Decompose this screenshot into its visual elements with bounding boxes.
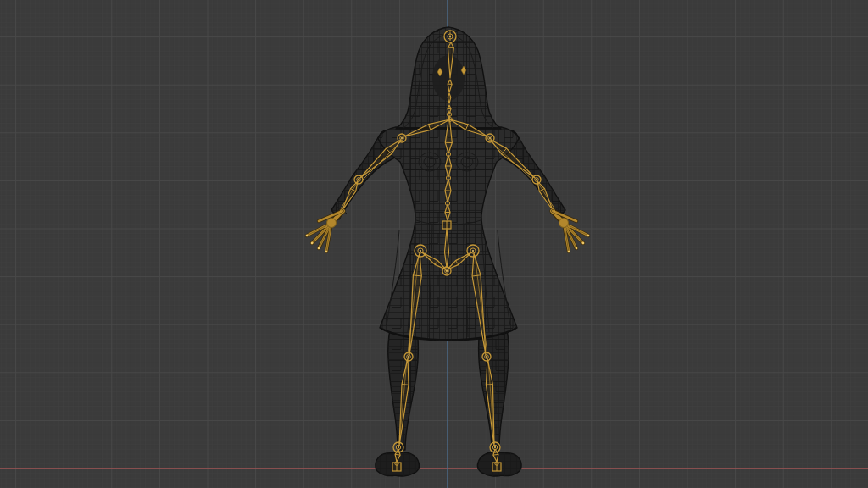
joint-dot: [420, 250, 421, 252]
left-hand-bones: [306, 209, 345, 253]
face-shadow: [432, 55, 465, 101]
joint-dot: [449, 36, 451, 37]
bone-ring-foot-l: [395, 454, 400, 455]
viewport-scene: [0, 0, 868, 488]
joint-dot: [408, 356, 409, 358]
joint-dot: [446, 270, 448, 272]
joint-dot: [489, 137, 491, 139]
joint-dot: [401, 137, 403, 139]
bone-ring-shin-r: [486, 385, 492, 385]
bone-ring-foot-r: [493, 454, 498, 455]
3d-viewport[interactable]: [0, 0, 868, 488]
joint-dot: [494, 446, 496, 448]
joint-dot: [486, 356, 487, 358]
joint-dot: [472, 250, 474, 252]
joint-dot: [536, 179, 537, 180]
right-hand-bones: [551, 209, 590, 253]
joint-dot: [358, 179, 359, 180]
joint-dot: [398, 446, 399, 448]
